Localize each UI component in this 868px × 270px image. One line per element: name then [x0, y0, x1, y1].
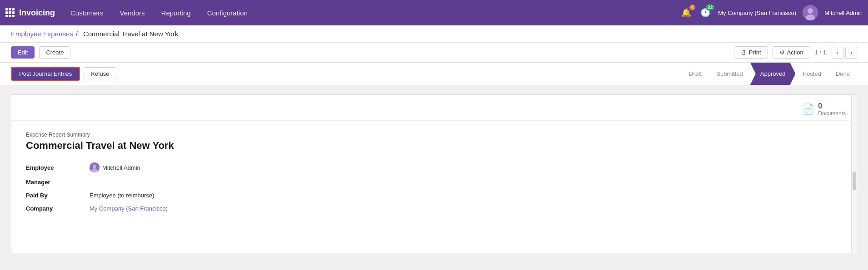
status-pipeline: Draft Submitted Approved Posted Done	[682, 63, 857, 85]
next-arrow[interactable]: ›	[845, 47, 857, 59]
bell-badge: 4	[689, 5, 696, 10]
breadcrumb-current: Commercial Travel at New York	[83, 30, 178, 38]
main-content: 📄 0 Documents Expense Report Summary Com…	[0, 85, 868, 262]
notification-clock[interactable]: 🕐 22	[699, 6, 712, 19]
top-menu: Customers Vendors Reporting Configuratio…	[62, 0, 680, 25]
toolbar: Edit Create 🖨 Print ⚙ Action 1 / 1 ‹ ›	[0, 43, 868, 63]
print-button[interactable]: 🖨 Print	[734, 46, 768, 59]
status-submitted: Submitted	[709, 63, 750, 85]
refuse-button[interactable]: Refuse	[84, 67, 116, 80]
app-name: Invoicing	[19, 8, 55, 18]
field-label-company: Company	[26, 205, 90, 212]
svg-point-1	[808, 8, 813, 14]
field-value-paid-by: Employee (to reimburse)	[90, 192, 154, 199]
field-value-employee: Mitchell Admin	[90, 162, 140, 172]
print-icon: 🖨	[741, 49, 747, 56]
action-buttons: Post Journal Entries Refuse	[11, 63, 116, 85]
doc-header: 📄 0 Documents	[11, 95, 857, 121]
notification-bell[interactable]: 🔔 4	[680, 6, 693, 19]
status-done: Done	[828, 63, 857, 85]
nav-arrows: ‹ ›	[832, 47, 857, 59]
nav-vendors[interactable]: Vendors	[112, 0, 153, 25]
nav-reporting[interactable]: Reporting	[153, 0, 199, 25]
field-employee: Employee Mitchell Admin	[26, 162, 842, 172]
employee-avatar	[90, 162, 100, 172]
gear-icon: ⚙	[779, 49, 785, 56]
svg-point-4	[93, 165, 96, 168]
doc-label: Documents	[818, 110, 846, 117]
document-area: 📄 0 Documents Expense Report Summary Com…	[11, 94, 857, 253]
nav-configuration[interactable]: Configuration	[199, 0, 256, 25]
report-label: Expense Report Summary	[26, 132, 842, 138]
pagination: 1 / 1 ‹ ›	[815, 47, 857, 59]
field-label-manager: Manager	[26, 179, 90, 186]
report-title: Commercial Travel at New York	[26, 140, 842, 152]
field-label-paid-by: Paid By	[26, 192, 90, 199]
avatar[interactable]	[803, 5, 818, 20]
field-label-employee: Employee	[26, 164, 90, 171]
document-icon: 📄	[802, 103, 814, 115]
breadcrumb-separator: /	[76, 30, 78, 38]
clock-badge: 22	[706, 5, 714, 10]
field-manager: Manager	[26, 179, 842, 186]
status-approved: Approved	[750, 63, 796, 85]
topbar-right: 🔔 4 🕐 22 My Company (San Francisco) Mitc…	[680, 5, 863, 20]
app-grid-icon[interactable]	[5, 8, 15, 17]
pagination-text: 1 / 1	[815, 49, 826, 56]
employee-name: Mitchell Admin	[102, 164, 140, 171]
prev-arrow[interactable]: ‹	[832, 47, 843, 59]
breadcrumb: Employee Expenses / Commercial Travel at…	[0, 25, 868, 43]
company-name: My Company (San Francisco)	[718, 10, 796, 16]
doc-count: 0	[818, 102, 846, 110]
user-name[interactable]: Mitchell Admin	[824, 10, 863, 16]
report-content: Expense Report Summary Commercial Travel…	[11, 121, 857, 229]
post-journal-button[interactable]: Post Journal Entries	[11, 67, 80, 81]
edit-button[interactable]: Edit	[11, 46, 35, 59]
field-paid-by: Paid By Employee (to reimburse)	[26, 192, 842, 199]
field-company: Company My Company (San Francisco)	[26, 205, 842, 212]
nav-customers[interactable]: Customers	[62, 0, 112, 25]
field-value-company[interactable]: My Company (San Francisco)	[90, 205, 168, 212]
scrollbar[interactable]	[851, 95, 857, 253]
top-navigation: Invoicing Customers Vendors Reporting Co…	[0, 0, 868, 25]
action-button[interactable]: ⚙ Action	[773, 46, 810, 59]
breadcrumb-parent[interactable]: Employee Expenses	[11, 30, 73, 38]
doc-counter[interactable]: 📄 0 Documents	[802, 102, 846, 117]
scroll-thumb	[853, 172, 856, 190]
status-draft: Draft	[682, 63, 709, 85]
create-button[interactable]: Create	[39, 46, 70, 59]
action-bar: Post Journal Entries Refuse Draft Submit…	[0, 63, 868, 85]
status-posted: Posted	[795, 63, 828, 85]
